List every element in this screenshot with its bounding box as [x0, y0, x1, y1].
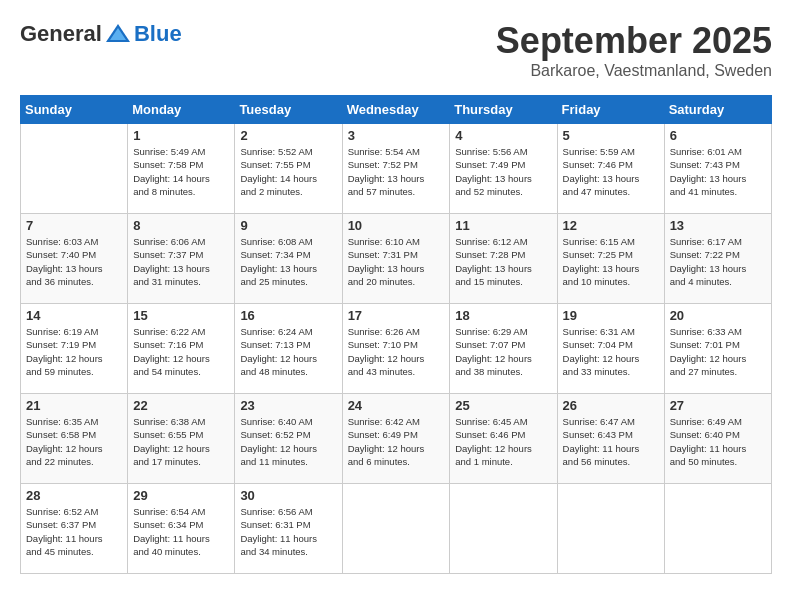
day-info: Sunrise: 6:10 AM Sunset: 7:31 PM Dayligh…	[348, 235, 445, 288]
day-info: Sunrise: 6:31 AM Sunset: 7:04 PM Dayligh…	[563, 325, 659, 378]
day-header-friday: Friday	[557, 96, 664, 124]
calendar-cell	[557, 484, 664, 574]
calendar-cell: 7Sunrise: 6:03 AM Sunset: 7:40 PM Daylig…	[21, 214, 128, 304]
calendar-cell: 20Sunrise: 6:33 AM Sunset: 7:01 PM Dayli…	[664, 304, 771, 394]
day-number: 19	[563, 308, 659, 323]
day-info: Sunrise: 6:26 AM Sunset: 7:10 PM Dayligh…	[348, 325, 445, 378]
day-number: 25	[455, 398, 551, 413]
day-number: 4	[455, 128, 551, 143]
day-info: Sunrise: 6:22 AM Sunset: 7:16 PM Dayligh…	[133, 325, 229, 378]
day-header-monday: Monday	[128, 96, 235, 124]
day-info: Sunrise: 6:33 AM Sunset: 7:01 PM Dayligh…	[670, 325, 766, 378]
day-number: 13	[670, 218, 766, 233]
day-info: Sunrise: 5:54 AM Sunset: 7:52 PM Dayligh…	[348, 145, 445, 198]
day-info: Sunrise: 6:56 AM Sunset: 6:31 PM Dayligh…	[240, 505, 336, 558]
logo: General Blue	[20, 20, 182, 48]
calendar-cell: 13Sunrise: 6:17 AM Sunset: 7:22 PM Dayli…	[664, 214, 771, 304]
day-header-tuesday: Tuesday	[235, 96, 342, 124]
calendar-cell: 15Sunrise: 6:22 AM Sunset: 7:16 PM Dayli…	[128, 304, 235, 394]
week-row-4: 21Sunrise: 6:35 AM Sunset: 6:58 PM Dayli…	[21, 394, 772, 484]
calendar-cell: 9Sunrise: 6:08 AM Sunset: 7:34 PM Daylig…	[235, 214, 342, 304]
day-header-saturday: Saturday	[664, 96, 771, 124]
day-header-sunday: Sunday	[21, 96, 128, 124]
day-number: 8	[133, 218, 229, 233]
day-number: 15	[133, 308, 229, 323]
day-number: 12	[563, 218, 659, 233]
calendar-cell: 21Sunrise: 6:35 AM Sunset: 6:58 PM Dayli…	[21, 394, 128, 484]
day-info: Sunrise: 6:17 AM Sunset: 7:22 PM Dayligh…	[670, 235, 766, 288]
day-number: 14	[26, 308, 122, 323]
day-number: 3	[348, 128, 445, 143]
day-number: 6	[670, 128, 766, 143]
calendar-cell: 19Sunrise: 6:31 AM Sunset: 7:04 PM Dayli…	[557, 304, 664, 394]
calendar-cell: 18Sunrise: 6:29 AM Sunset: 7:07 PM Dayli…	[450, 304, 557, 394]
calendar-cell: 28Sunrise: 6:52 AM Sunset: 6:37 PM Dayli…	[21, 484, 128, 574]
calendar-cell: 24Sunrise: 6:42 AM Sunset: 6:49 PM Dayli…	[342, 394, 450, 484]
calendar-cell: 3Sunrise: 5:54 AM Sunset: 7:52 PM Daylig…	[342, 124, 450, 214]
day-info: Sunrise: 6:40 AM Sunset: 6:52 PM Dayligh…	[240, 415, 336, 468]
day-info: Sunrise: 6:38 AM Sunset: 6:55 PM Dayligh…	[133, 415, 229, 468]
logo-blue-text: Blue	[134, 21, 182, 47]
calendar-cell	[342, 484, 450, 574]
calendar-cell: 6Sunrise: 6:01 AM Sunset: 7:43 PM Daylig…	[664, 124, 771, 214]
day-info: Sunrise: 6:54 AM Sunset: 6:34 PM Dayligh…	[133, 505, 229, 558]
week-row-1: 1Sunrise: 5:49 AM Sunset: 7:58 PM Daylig…	[21, 124, 772, 214]
calendar-cell: 29Sunrise: 6:54 AM Sunset: 6:34 PM Dayli…	[128, 484, 235, 574]
day-number: 5	[563, 128, 659, 143]
calendar-cell: 23Sunrise: 6:40 AM Sunset: 6:52 PM Dayli…	[235, 394, 342, 484]
day-info: Sunrise: 6:01 AM Sunset: 7:43 PM Dayligh…	[670, 145, 766, 198]
calendar-cell: 5Sunrise: 5:59 AM Sunset: 7:46 PM Daylig…	[557, 124, 664, 214]
calendar-cell: 22Sunrise: 6:38 AM Sunset: 6:55 PM Dayli…	[128, 394, 235, 484]
calendar-cell: 2Sunrise: 5:52 AM Sunset: 7:55 PM Daylig…	[235, 124, 342, 214]
week-row-2: 7Sunrise: 6:03 AM Sunset: 7:40 PM Daylig…	[21, 214, 772, 304]
day-number: 16	[240, 308, 336, 323]
calendar-cell: 4Sunrise: 5:56 AM Sunset: 7:49 PM Daylig…	[450, 124, 557, 214]
calendar-cell: 8Sunrise: 6:06 AM Sunset: 7:37 PM Daylig…	[128, 214, 235, 304]
day-info: Sunrise: 6:42 AM Sunset: 6:49 PM Dayligh…	[348, 415, 445, 468]
day-number: 29	[133, 488, 229, 503]
calendar-cell: 16Sunrise: 6:24 AM Sunset: 7:13 PM Dayli…	[235, 304, 342, 394]
day-info: Sunrise: 6:52 AM Sunset: 6:37 PM Dayligh…	[26, 505, 122, 558]
calendar-table: SundayMondayTuesdayWednesdayThursdayFrid…	[20, 95, 772, 574]
calendar-cell: 26Sunrise: 6:47 AM Sunset: 6:43 PM Dayli…	[557, 394, 664, 484]
days-header-row: SundayMondayTuesdayWednesdayThursdayFrid…	[21, 96, 772, 124]
day-number: 1	[133, 128, 229, 143]
day-number: 7	[26, 218, 122, 233]
day-info: Sunrise: 5:52 AM Sunset: 7:55 PM Dayligh…	[240, 145, 336, 198]
calendar-cell: 25Sunrise: 6:45 AM Sunset: 6:46 PM Dayli…	[450, 394, 557, 484]
calendar-cell: 11Sunrise: 6:12 AM Sunset: 7:28 PM Dayli…	[450, 214, 557, 304]
day-number: 18	[455, 308, 551, 323]
day-number: 28	[26, 488, 122, 503]
day-info: Sunrise: 6:45 AM Sunset: 6:46 PM Dayligh…	[455, 415, 551, 468]
location-text: Barkaroe, Vaestmanland, Sweden	[496, 62, 772, 80]
calendar-cell	[450, 484, 557, 574]
week-row-5: 28Sunrise: 6:52 AM Sunset: 6:37 PM Dayli…	[21, 484, 772, 574]
day-info: Sunrise: 6:19 AM Sunset: 7:19 PM Dayligh…	[26, 325, 122, 378]
day-info: Sunrise: 5:59 AM Sunset: 7:46 PM Dayligh…	[563, 145, 659, 198]
day-number: 20	[670, 308, 766, 323]
day-number: 10	[348, 218, 445, 233]
day-number: 22	[133, 398, 229, 413]
day-info: Sunrise: 6:06 AM Sunset: 7:37 PM Dayligh…	[133, 235, 229, 288]
day-info: Sunrise: 6:29 AM Sunset: 7:07 PM Dayligh…	[455, 325, 551, 378]
calendar-cell: 30Sunrise: 6:56 AM Sunset: 6:31 PM Dayli…	[235, 484, 342, 574]
calendar-cell: 10Sunrise: 6:10 AM Sunset: 7:31 PM Dayli…	[342, 214, 450, 304]
day-info: Sunrise: 6:15 AM Sunset: 7:25 PM Dayligh…	[563, 235, 659, 288]
day-info: Sunrise: 6:08 AM Sunset: 7:34 PM Dayligh…	[240, 235, 336, 288]
day-number: 9	[240, 218, 336, 233]
calendar-cell	[664, 484, 771, 574]
day-number: 23	[240, 398, 336, 413]
calendar-cell: 1Sunrise: 5:49 AM Sunset: 7:58 PM Daylig…	[128, 124, 235, 214]
calendar-cell	[21, 124, 128, 214]
month-title: September 2025	[496, 20, 772, 62]
day-info: Sunrise: 5:49 AM Sunset: 7:58 PM Dayligh…	[133, 145, 229, 198]
logo-general-text: General	[20, 21, 102, 47]
day-info: Sunrise: 6:12 AM Sunset: 7:28 PM Dayligh…	[455, 235, 551, 288]
day-number: 21	[26, 398, 122, 413]
day-info: Sunrise: 5:56 AM Sunset: 7:49 PM Dayligh…	[455, 145, 551, 198]
day-number: 27	[670, 398, 766, 413]
day-number: 24	[348, 398, 445, 413]
logo-icon	[104, 20, 132, 48]
day-info: Sunrise: 6:47 AM Sunset: 6:43 PM Dayligh…	[563, 415, 659, 468]
day-number: 17	[348, 308, 445, 323]
